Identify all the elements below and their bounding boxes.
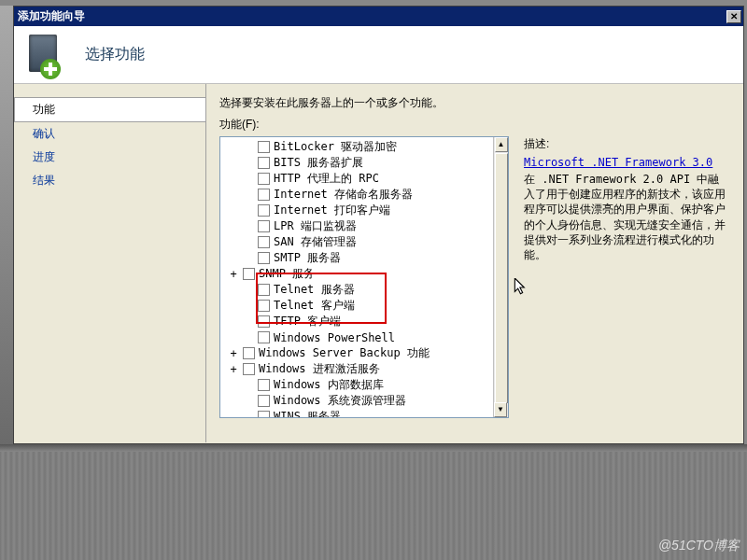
feature-checkbox[interactable] <box>258 236 270 248</box>
wizard-header: 选择功能 <box>14 26 743 84</box>
feature-checkbox[interactable] <box>258 157 270 169</box>
feature-item[interactable]: Windows 系统资源管理器 <box>220 393 493 409</box>
feature-checkbox[interactable] <box>258 331 270 343</box>
feature-checkbox[interactable] <box>258 204 270 217</box>
feature-label: TFTP 客户端 <box>274 314 341 329</box>
feature-label: Telnet 客户端 <box>274 298 355 314</box>
feature-item[interactable]: Internet 打印客户端 <box>220 203 493 218</box>
feature-label: SMTP 服务器 <box>274 250 341 266</box>
expand-icon[interactable]: + <box>226 268 241 281</box>
feature-item[interactable]: BitLocker 驱动器加密 <box>220 139 493 155</box>
window-title: 添加功能向导 <box>18 8 726 24</box>
feature-checkbox[interactable] <box>258 379 270 391</box>
feature-label: SNMP 服务 <box>259 266 315 282</box>
feature-label: Windows 内部数据库 <box>274 377 384 393</box>
feature-label: BITS 服务器扩展 <box>274 155 363 171</box>
feature-checkbox[interactable] <box>258 411 270 417</box>
sidebar-item-confirm[interactable]: 确认 <box>14 122 205 146</box>
feature-item[interactable]: BITS 服务器扩展 <box>220 155 493 171</box>
scroll-down-icon[interactable]: ▼ <box>494 402 507 417</box>
feature-item[interactable]: SAN 存储管理器 <box>220 234 493 250</box>
feature-label: Windows PowerShell <box>274 331 395 344</box>
feature-checkbox[interactable] <box>243 268 255 280</box>
expand-icon[interactable]: + <box>226 363 241 376</box>
feature-label: Telnet 服务器 <box>274 282 355 298</box>
feature-item[interactable]: Internet 存储命名服务器 <box>220 187 493 203</box>
feature-item[interactable]: Telnet 服务器 <box>220 282 493 298</box>
feature-checkbox[interactable] <box>258 284 270 296</box>
watermark: @51CTO博客 <box>658 538 740 554</box>
description-text: 在 .NET Framework 2.0 API 中融入了用于创建应用程序的新技… <box>524 172 728 262</box>
feature-item[interactable]: Windows PowerShell <box>220 329 493 345</box>
mouse-cursor-icon <box>514 278 529 297</box>
description-link[interactable]: Microsoft .NET Framework 3.0 <box>524 156 712 169</box>
feature-label: HTTP 代理上的 RPC <box>274 171 379 187</box>
instruction-text: 选择要安装在此服务器上的一个或多个功能。 <box>219 95 734 111</box>
sidebar-item-features[interactable]: 功能 <box>14 97 206 122</box>
feature-label: Windows Server Backup 功能 <box>259 345 430 361</box>
description-heading: 描述: <box>524 136 728 152</box>
feature-item[interactable]: HTTP 代理上的 RPC <box>220 171 493 187</box>
titlebar: 添加功能向导 ✕ <box>14 7 743 26</box>
sidebar-item-results[interactable]: 结果 <box>14 169 205 192</box>
sidebar-item-progress[interactable]: 进度 <box>14 146 205 169</box>
feature-item[interactable]: SMTP 服务器 <box>220 250 493 266</box>
feature-checkbox[interactable] <box>258 173 270 185</box>
feature-item[interactable]: Windows 内部数据库 <box>220 377 493 393</box>
feature-label: LPR 端口监视器 <box>274 218 357 234</box>
feature-checkbox[interactable] <box>258 300 270 312</box>
feature-label: WINS 服务器 <box>274 409 341 417</box>
feature-label: Windows 进程激活服务 <box>259 361 380 377</box>
feature-item[interactable]: +Windows Server Backup 功能 <box>220 345 493 361</box>
feature-item[interactable]: WINS 服务器 <box>220 409 493 417</box>
scrollbar[interactable]: ▲ ▼ <box>493 137 508 417</box>
feature-checkbox[interactable] <box>258 189 270 201</box>
close-icon[interactable]: ✕ <box>726 10 741 23</box>
feature-item[interactable]: TFTP 客户端 <box>220 314 493 329</box>
feature-checkbox[interactable] <box>258 141 270 153</box>
feature-label: SAN 存储管理器 <box>274 234 357 250</box>
feature-item[interactable]: Telnet 客户端 <box>220 298 493 314</box>
feature-label: BitLocker 驱动器加密 <box>274 139 397 155</box>
feature-checkbox[interactable] <box>258 395 270 407</box>
wizard-steps-sidebar: 功能 确认 进度 结果 <box>14 84 205 442</box>
expand-icon[interactable]: + <box>226 347 241 360</box>
features-label: 功能(F): <box>219 117 734 133</box>
feature-label: Internet 存储命名服务器 <box>274 187 413 203</box>
feature-checkbox[interactable] <box>258 220 270 232</box>
feature-label: Windows 系统资源管理器 <box>274 393 406 409</box>
features-listbox[interactable]: BitLocker 驱动器加密BITS 服务器扩展HTTP 代理上的 RPCIn… <box>219 136 509 418</box>
server-add-icon <box>23 33 68 77</box>
feature-checkbox[interactable] <box>243 347 255 359</box>
feature-item[interactable]: LPR 端口监视器 <box>220 218 493 234</box>
feature-item[interactable]: +Windows 进程激活服务 <box>220 361 493 377</box>
page-title: 选择功能 <box>85 45 145 64</box>
feature-item[interactable]: +SNMP 服务 <box>220 266 493 282</box>
scroll-thumb[interactable] <box>495 153 508 403</box>
feature-checkbox[interactable] <box>258 252 270 264</box>
feature-checkbox[interactable] <box>258 315 270 328</box>
description-panel: 描述: Microsoft .NET Framework 3.0 在 .NET … <box>518 136 734 442</box>
feature-checkbox[interactable] <box>243 363 255 375</box>
scroll-up-icon[interactable]: ▲ <box>495 137 508 152</box>
feature-label: Internet 打印客户端 <box>274 203 390 218</box>
wizard-window: 添加功能向导 ✕ 选择功能 功能 确认 进度 结果 选择要安装在此服务器上的一个… <box>13 6 744 444</box>
